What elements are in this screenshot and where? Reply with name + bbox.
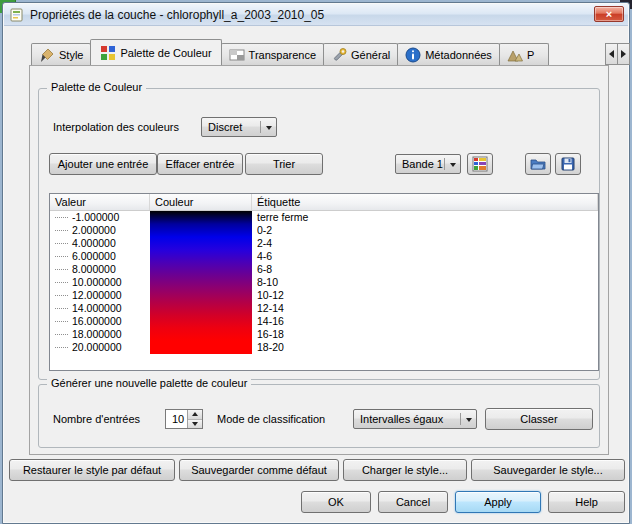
titlebar[interactable]: Propriétés de la couche - chlorophyll_a_… — [4, 4, 628, 26]
value-cell[interactable]: -1.000000 — [50, 211, 150, 224]
band-select[interactable]: Bande 1 — [395, 154, 461, 174]
color-swatch[interactable] — [150, 315, 252, 328]
chevron-down-icon — [466, 418, 472, 422]
chevron-right-icon — [621, 50, 626, 58]
palette-groupbox: Palette de Couleur Interpolation des cou… — [38, 88, 600, 380]
table-row[interactable]: 4.0000002-4 — [50, 237, 598, 250]
tab-label: Transparence — [249, 49, 316, 61]
label-cell[interactable]: 8-10 — [252, 276, 598, 289]
value-cell[interactable]: 10.000000 — [50, 276, 150, 289]
spin-up-button[interactable] — [188, 410, 202, 419]
value-cell[interactable]: 14.000000 — [50, 302, 150, 315]
color-table-body: -1.000000terre ferme2.0000000-24.0000002… — [50, 211, 598, 354]
label-cell[interactable]: 4-6 — [252, 250, 598, 263]
color-swatch[interactable] — [150, 302, 252, 315]
column-header-etiquette[interactable]: Étiquette — [252, 194, 598, 210]
table-row[interactable]: -1.000000terre ferme — [50, 211, 598, 224]
tab-pyramides[interactable]: P — [499, 43, 549, 65]
table-row[interactable]: 2.0000000-2 — [50, 224, 598, 237]
close-button[interactable]: × — [594, 6, 624, 22]
cancel-button[interactable]: Cancel — [378, 491, 448, 513]
tab-label: Métadonnées — [425, 49, 492, 61]
save-as-default-button[interactable]: Sauvegarder comme défaut — [179, 459, 339, 481]
table-row[interactable]: 20.00000018-20 — [50, 341, 598, 354]
classification-mode-value: Intervalles égaux — [360, 413, 443, 425]
label-cell[interactable]: 2-4 — [252, 237, 598, 250]
table-row[interactable]: 16.00000014-16 — [50, 315, 598, 328]
value-cell[interactable]: 16.000000 — [50, 315, 150, 328]
value-cell[interactable]: 4.000000 — [50, 237, 150, 250]
restore-default-style-button[interactable]: Restaurer le style par défaut — [9, 459, 175, 481]
table-row[interactable]: 6.0000004-6 — [50, 250, 598, 263]
entries-label: Nombre d'entrées — [53, 409, 140, 429]
label-cell[interactable]: 10-12 — [252, 289, 598, 302]
save-style-button[interactable]: Sauvegarder le style... — [471, 459, 625, 481]
groupbox-title: Palette de Couleur — [47, 81, 146, 93]
classification-mode-label: Mode de classification — [217, 409, 325, 429]
label-cell[interactable]: 0-2 — [252, 224, 598, 237]
tab-label: Palette de Couleur — [120, 47, 211, 59]
value-cell[interactable]: 18.000000 — [50, 328, 150, 341]
sort-button[interactable]: Trier — [245, 153, 323, 175]
tab-general[interactable]: Général — [323, 43, 398, 65]
groupbox-title: Générer une nouvelle palette de couleur — [47, 377, 251, 389]
chevron-left-icon — [609, 50, 614, 58]
color-swatch[interactable] — [150, 341, 252, 354]
color-swatch[interactable] — [150, 211, 252, 224]
table-row[interactable]: 8.0000006-8 — [50, 263, 598, 276]
spin-down-button[interactable] — [188, 419, 202, 429]
classification-mode-select[interactable]: Intervalles égaux — [353, 409, 477, 429]
tab-label: Style — [59, 49, 83, 61]
color-swatch[interactable] — [150, 250, 252, 263]
load-colormap-from-band-button[interactable] — [467, 153, 493, 175]
color-swatch[interactable] — [150, 237, 252, 250]
value-cell[interactable]: 20.000000 — [50, 341, 150, 354]
label-cell[interactable]: 6-8 — [252, 263, 598, 276]
value-cell[interactable]: 8.000000 — [50, 263, 150, 276]
color-palette-icon — [100, 45, 116, 61]
delete-entry-button[interactable]: Effacer entrée — [157, 153, 243, 175]
color-swatch[interactable] — [150, 328, 252, 341]
save-colormap-file-button[interactable] — [555, 153, 581, 175]
interpolation-select[interactable]: Discret — [201, 117, 277, 137]
label-cell[interactable]: 14-16 — [252, 315, 598, 328]
load-style-button[interactable]: Charger le style... — [343, 459, 467, 481]
tab-bar: Style Palette de Couleur Transparence — [31, 39, 549, 65]
load-colormap-file-button[interactable] — [525, 153, 551, 175]
table-row[interactable]: 14.00000012-14 — [50, 302, 598, 315]
tab-label: P — [527, 49, 534, 61]
table-row[interactable]: 12.00000010-12 — [50, 289, 598, 302]
color-swatch[interactable] — [150, 224, 252, 237]
chevron-down-icon — [266, 126, 272, 130]
column-header-valeur[interactable]: Valeur — [50, 194, 150, 210]
add-entry-button[interactable]: Ajouter une entrée — [49, 153, 157, 175]
label-cell[interactable]: 18-20 — [252, 341, 598, 354]
tab-scroll-right-button[interactable] — [617, 43, 630, 65]
tab-palette-de-couleur[interactable]: Palette de Couleur — [90, 39, 221, 65]
tab-transparence[interactable]: Transparence — [221, 43, 324, 65]
classify-button[interactable]: Classer — [485, 408, 593, 430]
apply-button[interactable]: Apply — [455, 491, 541, 513]
table-row[interactable]: 18.00000016-18 — [50, 328, 598, 341]
color-swatch[interactable] — [150, 276, 252, 289]
table-row[interactable]: 10.0000008-10 — [50, 276, 598, 289]
label-cell[interactable]: 12-14 — [252, 302, 598, 315]
ok-button[interactable]: OK — [301, 491, 371, 513]
value-cell[interactable]: 12.000000 — [50, 289, 150, 302]
value-cell[interactable]: 6.000000 — [50, 250, 150, 263]
column-header-couleur[interactable]: Couleur — [150, 194, 252, 210]
color-swatch[interactable] — [150, 263, 252, 276]
wrench-icon — [331, 47, 347, 63]
value-cell[interactable]: 2.000000 — [50, 224, 150, 237]
tab-style[interactable]: Style — [31, 43, 91, 65]
tab-scroll-buttons — [605, 43, 630, 65]
help-button[interactable]: Help — [548, 491, 625, 513]
color-swatch[interactable] — [150, 289, 252, 302]
tab-metadonnees[interactable]: Métadonnées — [397, 43, 500, 65]
entries-value: 10 — [172, 413, 184, 425]
entries-spinbox[interactable]: 10 — [165, 409, 203, 429]
band-value: Bande 1 — [402, 158, 443, 170]
table-header-row: Valeur Couleur Étiquette — [50, 194, 598, 211]
label-cell[interactable]: terre ferme — [252, 211, 598, 224]
label-cell[interactable]: 16-18 — [252, 328, 598, 341]
